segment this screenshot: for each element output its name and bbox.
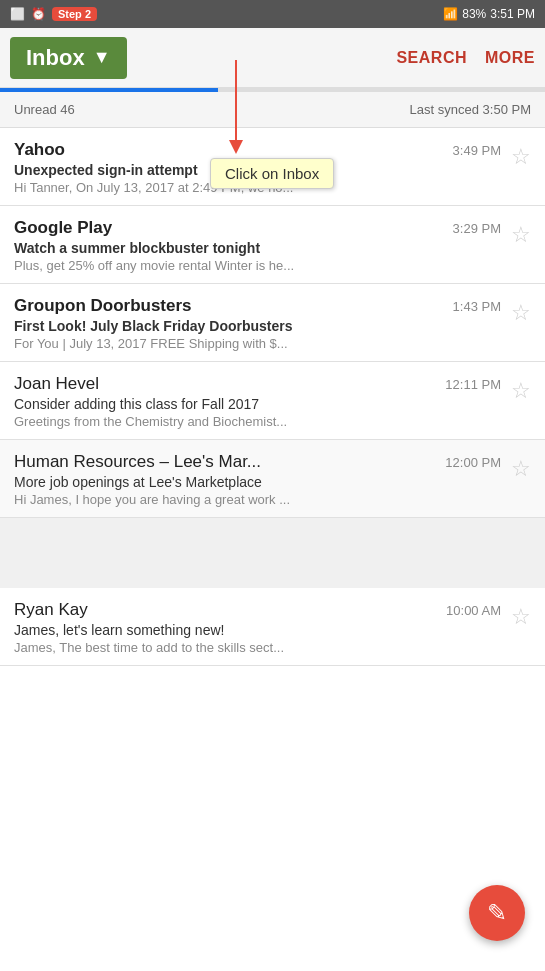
email-time: 12:11 PM	[445, 377, 501, 392]
email-item[interactable]: Groupon Doorbusters 1:43 PM First Look! …	[0, 284, 545, 362]
status-bar: ⬜ ⏰ Step 2 📶 83% 3:51 PM	[0, 0, 545, 28]
inbox-label: Inbox	[26, 45, 85, 71]
sender-name: Human Resources – Lee's Mar...	[14, 452, 261, 472]
email-top-row: Google Play 3:29 PM	[14, 218, 501, 238]
email-item[interactable]: Human Resources – Lee's Mar... 12:00 PM …	[0, 440, 545, 518]
star-icon[interactable]: ☆	[511, 378, 531, 404]
email-time: 3:29 PM	[453, 221, 501, 236]
top-bar: Inbox ▼ SEARCH MORE	[0, 28, 545, 88]
email-item[interactable]: Ryan Kay 10:00 AM James, let's learn som…	[0, 588, 545, 666]
email-preview: Greetings from the Chemistry and Biochem…	[14, 414, 501, 429]
status-bar-right: 📶 83% 3:51 PM	[443, 7, 535, 21]
email-content: Google Play 3:29 PM Watch a summer block…	[14, 218, 501, 273]
sender-name: Google Play	[14, 218, 112, 238]
sender-name: Groupon Doorbusters	[14, 296, 192, 316]
email-time: 12:00 PM	[445, 455, 501, 470]
unread-count: Unread 46	[14, 102, 75, 117]
compose-fab[interactable]: ✎	[469, 885, 525, 941]
progress-fill	[0, 88, 218, 92]
sender-name: Yahoo	[14, 140, 65, 160]
battery-text: 83%	[462, 7, 486, 21]
email-content: Human Resources – Lee's Mar... 12:00 PM …	[14, 452, 501, 507]
email-subject: Watch a summer blockbuster tonight	[14, 240, 501, 256]
sender-name: Joan Hevel	[14, 374, 99, 394]
email-subject: More job openings at Lee's Marketplace	[14, 474, 501, 490]
email-content: Groupon Doorbusters 1:43 PM First Look! …	[14, 296, 501, 351]
status-bar-left: ⬜ ⏰ Step 2	[10, 7, 97, 21]
compose-icon: ✎	[487, 899, 507, 927]
star-icon[interactable]: ☆	[511, 300, 531, 326]
sender-name: Ryan Kay	[14, 600, 88, 620]
star-icon[interactable]: ☆	[511, 222, 531, 248]
email-item[interactable]: Google Play 3:29 PM Watch a summer block…	[0, 206, 545, 284]
email-top-row: Yahoo 3:49 PM	[14, 140, 501, 160]
sync-time: Last synced 3:50 PM	[410, 102, 531, 117]
email-preview: James, The best time to add to the skill…	[14, 640, 501, 655]
email-top-row: Joan Hevel 12:11 PM	[14, 374, 501, 394]
tooltip-box: Click on Inbox	[210, 158, 334, 189]
email-subject: James, let's learn something new!	[14, 622, 501, 638]
subheader: Unread 46 Last synced 3:50 PM	[0, 92, 545, 128]
email-preview: Hi James, I hope you are having a great …	[14, 492, 501, 507]
inbox-button[interactable]: Inbox ▼	[10, 37, 127, 79]
email-preview: Plus, get 25% off any movie rental Winte…	[14, 258, 501, 273]
step-badge: Step 2	[52, 7, 97, 21]
email-top-row: Human Resources – Lee's Mar... 12:00 PM	[14, 452, 501, 472]
gallery-icon: ⬜	[10, 7, 25, 21]
star-icon[interactable]: ☆	[511, 144, 531, 170]
email-content: Ryan Kay 10:00 AM James, let's learn som…	[14, 600, 501, 655]
more-button[interactable]: MORE	[485, 49, 535, 67]
email-content: Joan Hevel 12:11 PM Consider adding this…	[14, 374, 501, 429]
email-item[interactable]: Joan Hevel 12:11 PM Consider adding this…	[0, 362, 545, 440]
search-button[interactable]: SEARCH	[396, 49, 467, 67]
star-icon[interactable]: ☆	[511, 456, 531, 482]
email-top-row: Groupon Doorbusters 1:43 PM	[14, 296, 501, 316]
email-preview: For You | July 13, 2017 FREE Shipping wi…	[14, 336, 501, 351]
clock-icon: ⏰	[31, 7, 46, 21]
tooltip-text: Click on Inbox	[225, 165, 319, 182]
progress-bar	[0, 88, 545, 92]
star-icon[interactable]: ☆	[511, 604, 531, 630]
email-subject: First Look! July Black Friday Doorbuster…	[14, 318, 501, 334]
email-subject: Consider adding this class for Fall 2017	[14, 396, 501, 412]
email-time: 3:49 PM	[453, 143, 501, 158]
email-time: 1:43 PM	[453, 299, 501, 314]
time-display: 3:51 PM	[490, 7, 535, 21]
email-list: Yahoo 3:49 PM Unexpected sign-in attempt…	[0, 128, 545, 666]
email-time: 10:00 AM	[446, 603, 501, 618]
top-actions: SEARCH MORE	[396, 49, 535, 67]
dropdown-arrow-icon: ▼	[93, 47, 111, 68]
signal-icon: 📶	[443, 7, 458, 21]
email-top-row: Ryan Kay 10:00 AM	[14, 600, 501, 620]
spacer	[0, 518, 545, 588]
